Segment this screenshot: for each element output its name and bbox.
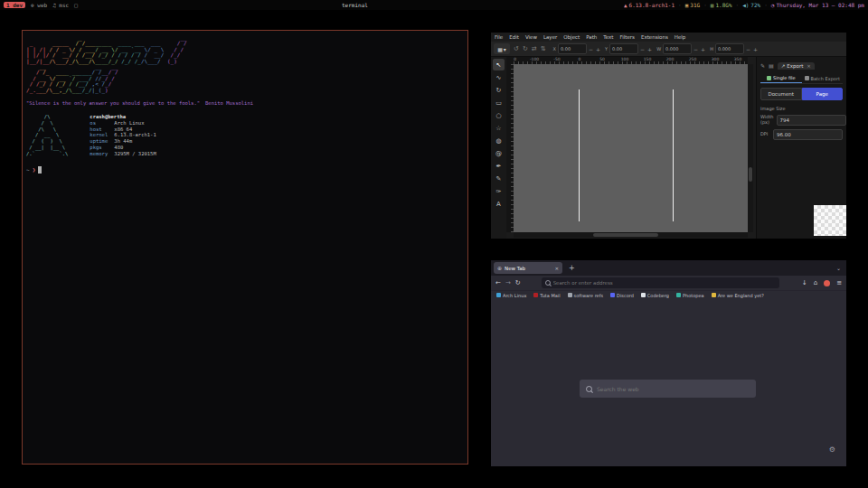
dpi-label: DPI	[760, 132, 770, 137]
selector-tool[interactable]: ↖	[493, 59, 505, 70]
bookmark-discord[interactable]: Discord	[610, 293, 634, 298]
home-icon[interactable]: ⌂	[814, 279, 817, 286]
batch-export-label: Batch Export	[811, 76, 840, 81]
spinner-increment[interactable]: +	[700, 46, 706, 52]
menu-view[interactable]: View	[525, 34, 537, 40]
node-editor-tool[interactable]: ∿	[493, 71, 505, 83]
fetch-row-os: osArch Linux	[90, 120, 156, 127]
ruler-label: 200	[666, 57, 675, 61]
menu-object[interactable]: Object	[563, 34, 580, 40]
terminal-window[interactable]: _ __ _ _____ / /________ ____ ___ ___ / …	[22, 30, 468, 465]
bookmark-codeberg[interactable]: Codeberg	[641, 293, 669, 298]
transform-icon-0[interactable]: ↺	[514, 45, 519, 52]
transform-icon-2[interactable]: ⇄	[532, 45, 537, 52]
reload-button[interactable]: ↻	[515, 279, 521, 286]
tab-single-file[interactable]: Single file	[760, 73, 802, 83]
forward-button[interactable]: →	[505, 279, 511, 286]
web-search-bar[interactable]	[580, 380, 756, 398]
tool-options-button[interactable]: ▦▾	[494, 43, 510, 54]
spinner-value[interactable]: 0.00	[558, 43, 587, 54]
bookmark-tuta-mail[interactable]: Tuta Mail	[533, 293, 560, 298]
shape-builder-tool[interactable]: ↻	[493, 84, 505, 96]
calligraphy-tool[interactable]: ✑	[493, 185, 505, 197]
personalize-gear-icon[interactable]: ⚙	[829, 446, 835, 454]
workspace-msc[interactable]: ♫ msc	[52, 2, 69, 8]
spinner-decrement[interactable]: −	[745, 46, 751, 52]
width-input[interactable]	[777, 115, 846, 126]
workspace-1-dev[interactable]: 1 dev	[4, 2, 25, 8]
box-3d-tool[interactable]: ◍	[493, 135, 505, 146]
swatches-dialog-icon[interactable]: ▤	[769, 62, 774, 69]
spinner-value[interactable]: 0.00	[609, 43, 638, 54]
extension-red-icon[interactable]	[824, 280, 830, 286]
bookmark-are-we-england-yet-[interactable]: Are we England yet?	[712, 293, 764, 298]
bookmark-software-refs[interactable]: software refs	[568, 293, 603, 298]
bookmark-favicon	[533, 293, 538, 297]
spinner-increment[interactable]: +	[646, 46, 653, 52]
bookmark-label: Photopea	[683, 293, 704, 298]
vertical-scrollbar[interactable]	[748, 64, 753, 232]
menu-text[interactable]: Text	[603, 34, 613, 40]
menu-path[interactable]: Path	[586, 34, 597, 40]
quote-text: "Silence is the only answer you should g…	[26, 100, 200, 106]
vertical-scrollbar-thumb[interactable]	[749, 167, 752, 182]
inkscape-window[interactable]: FileEditViewLayerObjectPathTextFiltersEx…	[491, 33, 846, 239]
url-bar[interactable]	[542, 277, 779, 288]
tab-new-tab[interactable]: ⊕ New Tab ×	[494, 262, 562, 274]
spiral-tool[interactable]: @	[493, 147, 505, 159]
menu-filters[interactable]: Filters	[619, 34, 635, 40]
close-tab-icon[interactable]: ×	[554, 266, 559, 271]
pen-bezier-tool[interactable]: ✒	[493, 160, 505, 172]
canvas[interactable]	[514, 64, 748, 232]
spinner-decrement[interactable]: −	[588, 46, 594, 52]
url-input[interactable]	[553, 280, 776, 286]
dpi-input[interactable]	[773, 129, 843, 140]
web-search-input[interactable]	[597, 386, 750, 392]
list-tabs-chevron-icon[interactable]: ⌄	[836, 265, 841, 271]
ellipse-tool[interactable]: ○	[493, 109, 505, 121]
tab-batch-export[interactable]: Batch Export	[802, 73, 844, 83]
spinner-decrement[interactable]: −	[639, 46, 646, 52]
horizontal-scrollbar-thumb[interactable]	[593, 233, 658, 237]
spinner-increment[interactable]: +	[752, 46, 759, 52]
shell-prompt[interactable]: ~ ❯	[26, 166, 464, 174]
pencil-dialog-icon[interactable]: ✎	[760, 62, 765, 69]
transform-icon-3[interactable]: ⇅	[541, 45, 546, 52]
bookmark-arch-linux[interactable]: Arch Linux	[496, 293, 526, 298]
back-button[interactable]: ←	[495, 279, 501, 286]
transform-icon-1[interactable]: ↻	[523, 45, 528, 52]
rectangle-tool[interactable]: ▭	[493, 97, 505, 108]
document-button[interactable]: Document	[760, 88, 802, 100]
menu-layer[interactable]: Layer	[543, 34, 557, 40]
horizontal-scrollbar[interactable]	[514, 232, 748, 238]
close-icon[interactable]: ×	[807, 63, 811, 69]
terminal-cursor	[38, 166, 42, 174]
workspace-web[interactable]: ⊕ web	[31, 2, 47, 8]
spinner-increment[interactable]: +	[595, 46, 601, 52]
text-tool[interactable]: A	[493, 198, 505, 210]
browser-window[interactable]: ⊕ New Tab × + ⌄ ← → ↻ ↓ ⌂ ≡ Arch LinuxTu…	[491, 260, 846, 466]
menu-extensions[interactable]: Extensions	[641, 34, 668, 40]
bookmark-label: Discord	[617, 293, 634, 298]
spinner-decrement[interactable]: −	[693, 46, 699, 52]
menu-help[interactable]: Help	[675, 34, 686, 40]
vertical-ruler	[506, 64, 514, 232]
bookmark-photopea[interactable]: Photopea	[676, 293, 704, 298]
pencil-tool[interactable]: ✎	[493, 173, 505, 184]
menu-icon[interactable]: ≡	[836, 279, 842, 286]
menu-edit[interactable]: Edit	[509, 34, 519, 40]
spinner-value[interactable]: 0.000	[715, 43, 744, 54]
export-dialog-tab[interactable]: ↗ Export ×	[778, 62, 815, 70]
new-tab-button[interactable]: +	[569, 264, 575, 272]
menu-file[interactable]: File	[495, 34, 503, 40]
page-button[interactable]: Page	[802, 88, 844, 100]
fetch-row-host: hostx86_64	[90, 127, 156, 133]
fetch-row-memory: memory3295M / 32015M	[90, 151, 156, 157]
status-kernel: ▲6.13.8-arch1-1	[624, 2, 675, 8]
download-icon[interactable]: ↓	[802, 279, 807, 286]
desktop: 1 dev⊕ web♫ msc□ terminal ▲6.13.8-arch1-…	[0, 0, 868, 488]
star-tool[interactable]: ☆	[493, 122, 505, 134]
spinner-value[interactable]: 0.000	[663, 43, 692, 54]
inkscape-toolbar: ▦▾ ↺↻⇄⇅ X0.00−+Y0.00−+W0.000−+H0.000−+	[491, 42, 846, 57]
workspace-empty[interactable]: □	[74, 2, 80, 8]
